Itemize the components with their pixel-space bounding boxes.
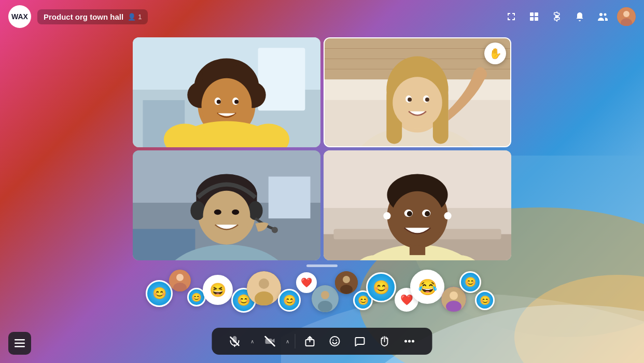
svg-point-106 xyxy=(404,340,407,343)
svg-rect-111 xyxy=(15,346,25,347)
svg-point-61 xyxy=(248,201,262,220)
svg-point-96 xyxy=(450,291,458,300)
mute-button[interactable] xyxy=(222,329,247,354)
svg-rect-110 xyxy=(15,343,25,344)
svg-point-108 xyxy=(412,340,414,343)
reaction-avatar-1 xyxy=(169,270,191,291)
channel-name: Product org town hall xyxy=(44,12,123,21)
svg-point-107 xyxy=(408,340,411,343)
reactions-area: 😊 😊 😆 😊 😊 ❤️ 😊 😊 ❤️ 😂 😊 😊 xyxy=(141,267,503,334)
svg-rect-4 xyxy=(535,12,538,16)
svg-point-97 xyxy=(446,301,461,312)
svg-point-81 xyxy=(407,211,412,216)
svg-rect-3 xyxy=(530,12,534,16)
svg-point-10 xyxy=(604,13,607,16)
hand-button[interactable] xyxy=(372,329,397,354)
grid-view-icon[interactable] xyxy=(526,8,542,25)
bottom-toolbar: ∧ ∧ xyxy=(212,328,432,355)
video-grid: ✋ xyxy=(133,37,511,260)
svg-point-94 xyxy=(340,285,353,294)
toolbar-divider-1 xyxy=(295,334,296,348)
video-cell-2: ✋ xyxy=(324,37,511,147)
svg-point-49 xyxy=(408,97,412,102)
wax-logo[interactable]: WAX xyxy=(8,5,31,28)
member-icon: 👤 xyxy=(128,13,136,21)
svg-point-90 xyxy=(321,291,329,299)
video-cell-4 xyxy=(324,150,511,260)
user-avatar[interactable] xyxy=(617,7,636,26)
svg-point-65 xyxy=(232,210,239,215)
svg-point-46 xyxy=(393,77,442,128)
svg-point-88 xyxy=(255,291,273,305)
svg-point-29 xyxy=(234,100,239,104)
reaction-emoji-laugh: 😆 xyxy=(203,275,233,305)
svg-point-64 xyxy=(214,210,221,215)
svg-rect-16 xyxy=(258,48,305,110)
video-cell-3 xyxy=(133,150,320,260)
svg-rect-53 xyxy=(269,176,311,218)
reaction-emoji-1: 😊 xyxy=(146,280,173,307)
svg-point-60 xyxy=(190,201,205,220)
svg-point-93 xyxy=(343,276,350,283)
mute-caret[interactable]: ∧ xyxy=(247,329,258,354)
reaction-avatar-2 xyxy=(247,271,281,305)
mute-group: ∧ xyxy=(222,329,258,354)
reaction-emoji-rofl: 😂 xyxy=(410,270,444,304)
reaction-avatar-3 xyxy=(312,285,339,312)
svg-point-87 xyxy=(259,278,269,289)
svg-point-63 xyxy=(203,191,250,241)
chat-button[interactable] xyxy=(347,329,372,354)
svg-point-84 xyxy=(176,274,184,281)
channel-info: Product org town hall 👤 1 xyxy=(37,9,148,24)
svg-point-104 xyxy=(332,340,333,341)
video-cell-1 xyxy=(133,37,320,147)
svg-point-9 xyxy=(599,13,603,16)
svg-rect-6 xyxy=(535,17,538,21)
svg-rect-5 xyxy=(530,17,534,21)
reaction-emoji-7: 😊 xyxy=(459,271,481,293)
video-caret[interactable]: ∧ xyxy=(283,329,293,354)
reaction-emoji-6: 😊 xyxy=(366,272,396,302)
svg-point-12 xyxy=(623,11,629,17)
video-group: ∧ xyxy=(258,329,293,354)
svg-point-50 xyxy=(425,97,429,102)
sidebar-toggle-button[interactable] xyxy=(8,332,31,355)
svg-point-91 xyxy=(318,301,332,312)
svg-point-77 xyxy=(444,212,451,219)
svg-point-28 xyxy=(217,100,221,104)
member-badge: 👤 1 xyxy=(128,13,142,21)
svg-point-8 xyxy=(556,16,558,18)
share-button[interactable] xyxy=(298,329,323,354)
reaction-heart-1: ❤️ xyxy=(296,272,317,293)
bell-icon[interactable] xyxy=(571,8,588,25)
people-icon[interactable] xyxy=(594,8,611,25)
settings-icon[interactable] xyxy=(549,8,565,25)
svg-point-76 xyxy=(383,212,390,219)
svg-point-78 xyxy=(391,191,444,246)
svg-point-62 xyxy=(272,227,278,233)
video-button[interactable] xyxy=(258,329,283,354)
emoji-button[interactable] xyxy=(323,329,347,354)
member-count: 1 xyxy=(138,13,142,21)
svg-point-105 xyxy=(335,340,337,341)
topbar: WAX Product org town hall 👤 1 xyxy=(0,0,644,33)
topbar-right xyxy=(503,7,636,26)
svg-rect-109 xyxy=(15,339,25,341)
topbar-left: WAX Product org town hall 👤 1 xyxy=(8,5,148,28)
hand-raise-button[interactable]: ✋ xyxy=(484,43,506,64)
reaction-emoji-4: 😊 xyxy=(278,289,301,312)
more-button[interactable] xyxy=(397,329,422,354)
fullscreen-icon[interactable] xyxy=(503,8,520,25)
reaction-emoji-8: 😊 xyxy=(475,290,495,310)
reaction-avatar-4 xyxy=(335,271,358,294)
reaction-avatar-5 xyxy=(441,287,466,312)
svg-point-103 xyxy=(330,337,340,346)
svg-point-82 xyxy=(425,211,430,216)
